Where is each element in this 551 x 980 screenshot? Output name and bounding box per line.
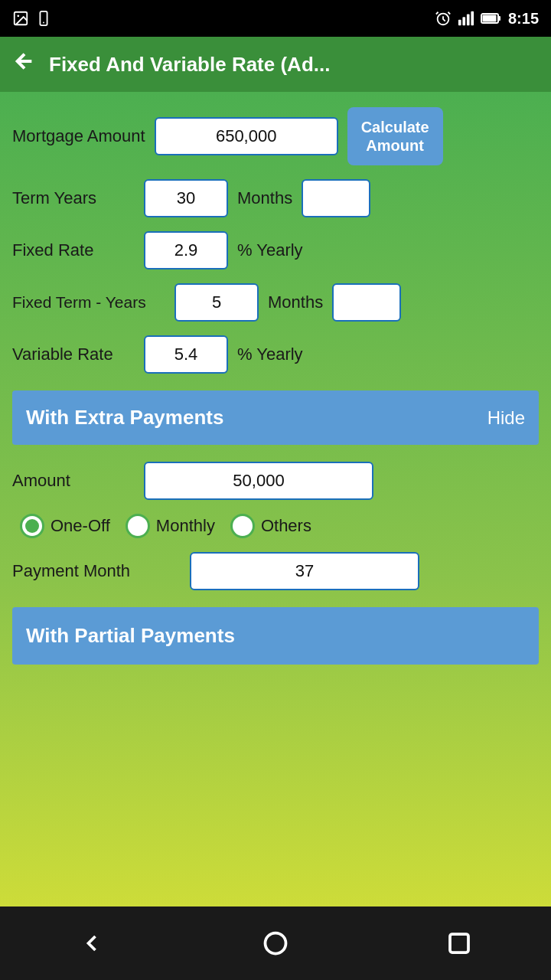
- term-years-input[interactable]: [144, 179, 228, 217]
- extra-payments-title: With Extra Payments: [26, 406, 223, 430]
- radio-one-off[interactable]: One-Off: [20, 514, 110, 538]
- payment-month-input[interactable]: [190, 552, 419, 590]
- svg-point-3: [43, 22, 44, 24]
- status-right-icons: 8:15: [435, 10, 539, 28]
- top-bar: Fixed And Variable Rate (Ad...: [0, 37, 551, 92]
- fixed-rate-row: Fixed Rate % Yearly: [12, 231, 539, 270]
- amount-label: Amount: [12, 471, 135, 491]
- variable-rate-unit: % Yearly: [237, 345, 303, 364]
- amount-row: Amount: [12, 462, 539, 500]
- svg-rect-7: [467, 15, 470, 26]
- months-label: Months: [237, 188, 292, 208]
- status-bar: 8:15: [0, 0, 551, 37]
- nav-home-icon: [262, 929, 289, 957]
- fixed-rate-input[interactable]: [144, 231, 228, 270]
- phone-icon: [35, 10, 52, 27]
- mortgage-amount-row: Mortgage Amount CalculateAmount: [12, 107, 539, 165]
- svg-rect-5: [458, 20, 461, 25]
- fixed-term-months-input[interactable]: [332, 283, 401, 322]
- variable-rate-row: Variable Rate % Yearly: [12, 335, 539, 374]
- image-icon: [12, 10, 29, 27]
- svg-rect-10: [498, 16, 500, 21]
- term-row: Term Years Months: [12, 179, 539, 217]
- svg-rect-6: [462, 17, 465, 25]
- nav-back-icon: [78, 929, 106, 957]
- signal-icon: [458, 10, 474, 27]
- calculate-label: CalculateAmount: [361, 119, 429, 154]
- nav-recents-button[interactable]: [429, 913, 490, 974]
- back-button[interactable]: [12, 49, 37, 80]
- term-months-input[interactable]: [302, 179, 370, 217]
- payment-type-group: One-Off Monthly Others: [12, 514, 539, 538]
- fixed-rate-unit: % Yearly: [237, 240, 303, 260]
- time-display: 8:15: [508, 10, 539, 28]
- status-left-icons: [12, 10, 52, 27]
- mortgage-amount-input[interactable]: [155, 117, 338, 155]
- svg-point-12: [266, 933, 286, 954]
- nav-recents-icon: [445, 929, 473, 957]
- radio-others-label: Others: [261, 516, 311, 536]
- partial-payments-title: With Partial Payments: [26, 624, 235, 647]
- radio-monthly-circle[interactable]: [126, 514, 150, 538]
- radio-monthly[interactable]: Monthly: [126, 514, 215, 538]
- main-content: Mortgage Amount CalculateAmount Term Yea…: [0, 92, 551, 906]
- nav-home-button[interactable]: [245, 913, 306, 974]
- alarm-icon: [435, 10, 452, 27]
- svg-rect-13: [450, 934, 468, 952]
- payment-month-row: Payment Month: [12, 552, 539, 590]
- radio-one-off-circle[interactable]: [20, 514, 44, 538]
- nav-bar: [0, 906, 551, 980]
- variable-rate-label: Variable Rate: [12, 345, 135, 364]
- amount-input[interactable]: [144, 462, 373, 500]
- partial-payments-button[interactable]: With Partial Payments: [12, 607, 539, 665]
- term-label: Term Years: [12, 188, 135, 208]
- fixed-term-row: Fixed Term - Years Months: [12, 283, 539, 322]
- svg-rect-11: [482, 15, 496, 22]
- radio-others-circle[interactable]: [230, 514, 255, 538]
- fixed-rate-label: Fixed Rate: [12, 240, 135, 260]
- fixed-term-label: Fixed Term - Years: [12, 293, 165, 312]
- hide-button[interactable]: Hide: [487, 407, 525, 429]
- nav-back-button[interactable]: [61, 913, 122, 974]
- radio-monthly-label: Monthly: [156, 516, 215, 536]
- variable-rate-input[interactable]: [144, 335, 228, 374]
- radio-one-off-label: One-Off: [51, 516, 110, 536]
- page-title: Fixed And Variable Rate (Ad...: [49, 53, 330, 77]
- calculate-button[interactable]: CalculateAmount: [347, 107, 443, 165]
- radio-others[interactable]: Others: [230, 514, 311, 538]
- battery-icon: [481, 12, 502, 24]
- svg-point-1: [17, 15, 19, 17]
- extra-payments-header[interactable]: With Extra Payments Hide: [12, 390, 539, 445]
- fixed-term-years-input[interactable]: [174, 283, 259, 322]
- fixed-term-months-label: Months: [268, 292, 323, 312]
- mortgage-label: Mortgage Amount: [12, 126, 145, 146]
- svg-rect-8: [471, 11, 474, 25]
- payment-month-label: Payment Month: [12, 561, 181, 581]
